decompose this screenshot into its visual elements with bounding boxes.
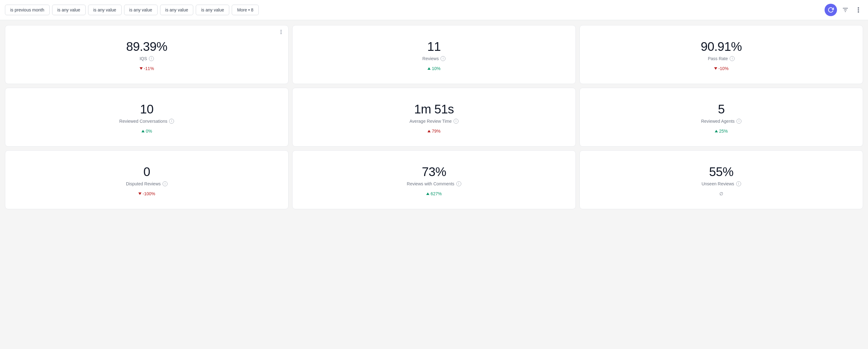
metric-change-reviewed-agents: 25% xyxy=(715,129,728,134)
metric-change-reviews: 10% xyxy=(428,66,440,71)
triangle-up-red-icon xyxy=(428,130,431,132)
metric-label-unseen-reviews: Unseen Reviews i xyxy=(702,181,741,186)
metric-card-menu-iqs[interactable] xyxy=(278,29,284,36)
metric-label-reviews: Reviews i xyxy=(423,56,446,61)
info-icon-reviews-with-comments[interactable]: i xyxy=(456,181,461,186)
metric-value-reviewed-conversations: 10 xyxy=(140,102,154,116)
metric-change-reviews-with-comments: 627% xyxy=(426,191,442,196)
metric-label-reviewed-conversations: Reviewed Conversations i xyxy=(119,119,174,124)
filter-chip-2[interactable]: is any value xyxy=(52,5,86,15)
filter-chip-5[interactable]: is any value xyxy=(160,5,193,15)
metric-change-iqs: -11% xyxy=(140,66,154,71)
metric-card-unseen-reviews: 55% Unseen Reviews i ∅ xyxy=(580,150,863,209)
info-icon-disputed-reviews[interactable]: i xyxy=(162,181,167,186)
filter-chip-4[interactable]: is any value xyxy=(124,5,158,15)
metric-value-disputed-reviews: 0 xyxy=(143,165,150,179)
metric-label-reviewed-agents: Reviewed Agents i xyxy=(701,119,741,124)
info-icon-average-review-time[interactable]: i xyxy=(454,119,459,124)
triangle-up-icon xyxy=(426,193,429,195)
metric-label-pass-rate: Pass Rate i xyxy=(708,56,735,61)
info-icon-unseen-reviews[interactable]: i xyxy=(736,181,741,186)
filter-chip-6[interactable]: is any value xyxy=(196,5,229,15)
more-vertical-icon xyxy=(855,6,862,13)
info-icon-pass-rate[interactable]: i xyxy=(730,56,735,61)
metric-label-reviews-with-comments: Reviews with Comments i xyxy=(407,181,461,186)
metric-card-reviews: 11 Reviews i 10% xyxy=(292,25,576,84)
top-bar: is previous month is any value is any va… xyxy=(0,0,868,20)
svg-point-8 xyxy=(281,33,281,34)
info-icon-reviews[interactable]: i xyxy=(440,56,445,61)
info-icon-iqs[interactable]: i xyxy=(149,56,154,61)
info-icon-reviewed-conversations[interactable]: i xyxy=(169,119,174,124)
metric-value-iqs: 89.39% xyxy=(126,40,167,54)
metric-value-reviews: 11 xyxy=(427,40,441,54)
metric-card-reviews-with-comments: 73% Reviews with Comments i 627% xyxy=(292,150,576,209)
metric-card-iqs: 89.39% IQS i -11% xyxy=(5,25,288,84)
metric-value-unseen-reviews: 55% xyxy=(709,165,734,179)
triangle-down-icon xyxy=(140,67,143,70)
metric-value-average-review-time: 1m 51s xyxy=(414,102,454,116)
metric-value-reviewed-agents: 5 xyxy=(718,102,725,116)
more-options-button[interactable] xyxy=(854,5,863,14)
refresh-button[interactable] xyxy=(825,4,837,16)
svg-point-3 xyxy=(858,7,859,8)
metric-label-average-review-time: Average Review Time i xyxy=(409,119,459,124)
filter-icon xyxy=(842,6,849,13)
svg-point-6 xyxy=(281,30,281,31)
metric-card-pass-rate: 90.91% Pass Rate i -10% xyxy=(580,25,863,84)
triangle-up-icon xyxy=(715,130,718,132)
svg-point-7 xyxy=(281,32,281,32)
filter-chip-3[interactable]: is any value xyxy=(88,5,122,15)
metric-value-reviews-with-comments: 73% xyxy=(422,165,446,179)
triangle-up-icon xyxy=(142,130,145,132)
top-bar-actions xyxy=(825,4,863,16)
svg-point-5 xyxy=(858,11,859,12)
metric-card-average-review-time: 1m 51s Average Review Time i 79% xyxy=(292,88,576,147)
metric-change-unseen-reviews: ∅ xyxy=(719,191,723,196)
metric-label-disputed-reviews: Disputed Reviews i xyxy=(126,181,167,186)
refresh-icon xyxy=(828,7,834,13)
filter-icon-button[interactable] xyxy=(841,5,850,14)
metric-value-pass-rate: 90.91% xyxy=(701,40,742,54)
info-icon-reviewed-agents[interactable]: i xyxy=(737,119,741,124)
metric-change-pass-rate: -10% xyxy=(714,66,729,71)
triangle-up-icon xyxy=(428,67,431,70)
metric-change-reviewed-conversations: 0% xyxy=(142,129,152,134)
metric-card-disputed-reviews: 0 Disputed Reviews i -100% xyxy=(5,150,288,209)
date-filter-chip[interactable]: is previous month xyxy=(5,5,50,15)
triangle-down-icon xyxy=(714,67,717,70)
metric-change-average-review-time: 79% xyxy=(428,129,440,134)
svg-point-4 xyxy=(858,10,859,10)
triangle-down-icon xyxy=(138,193,142,195)
metric-change-disputed-reviews: -100% xyxy=(138,191,155,196)
metrics-grid: 89.39% IQS i -11% 11 Reviews i 10% 90.91… xyxy=(0,20,868,214)
filter-chip-more[interactable]: More • 8 xyxy=(232,5,258,15)
metric-label-iqs: IQS i xyxy=(140,56,154,61)
metric-card-reviewed-agents: 5 Reviewed Agents i 25% xyxy=(580,88,863,147)
metric-card-reviewed-conversations: 10 Reviewed Conversations i 0% xyxy=(5,88,288,147)
